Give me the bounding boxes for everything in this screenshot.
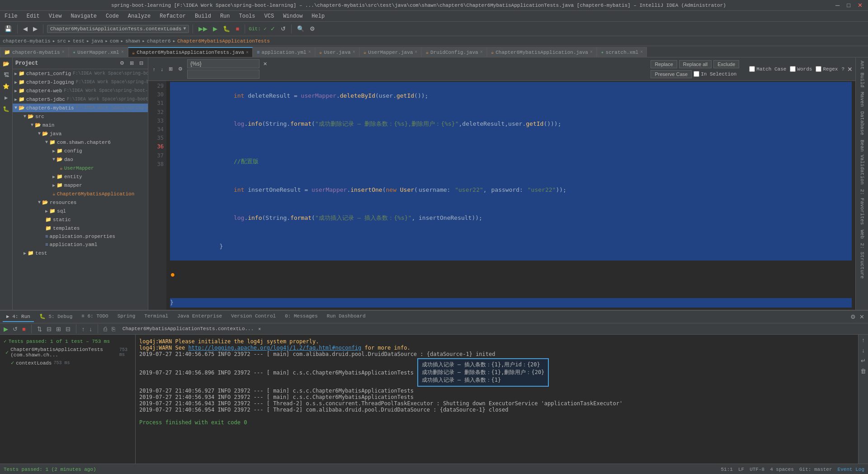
toolbar-debug[interactable]: 🐛 <box>221 24 232 33</box>
minimize-button[interactable]: ─ <box>834 1 841 9</box>
replace-input[interactable] <box>187 70 259 79</box>
debug-icon[interactable]: 🐛 <box>1 104 11 114</box>
ant-build-icon[interactable]: Ant Build <box>858 59 866 89</box>
filter-btn[interactable]: ⊟ <box>46 325 52 333</box>
tree-chapter4[interactable]: ▶ 📁 chapter4-web F:\IDEA Work Space\spri… <box>13 86 148 95</box>
maximize-button[interactable]: □ <box>845 1 852 9</box>
tree-com-shawn[interactable]: ▼ 📁 com.shawn.chapter6 <box>13 138 148 147</box>
tab-usermapper-xml[interactable]: ✦ UserMapper.xml × <box>69 47 128 57</box>
run-tab-spring[interactable]: Spring <box>114 312 139 322</box>
tab-chapter6-mybatis[interactable]: 📁 chapter6-mybatis × <box>0 47 69 57</box>
menu-edit[interactable]: Edit <box>24 12 42 20</box>
tree-app-yaml[interactable]: ≡ application.yaml <box>13 241 148 249</box>
import-btn[interactable]: ⎘ <box>111 325 116 333</box>
clear-console-btn[interactable]: 🗑 <box>859 367 867 375</box>
run-close-btn[interactable]: ✕ <box>859 313 865 321</box>
close-icon[interactable]: × <box>640 50 643 55</box>
close-search-btn[interactable]: ✕ <box>847 66 853 73</box>
soft-wrap-btn[interactable]: ↵ <box>860 356 867 365</box>
tab-chapter6-tests[interactable]: ☕ Chapter6MybatisApplicationTests.java × <box>128 47 253 57</box>
breadcrumb-shawn[interactable]: shawn <box>125 38 140 44</box>
prev-fail-btn[interactable]: ↑ <box>81 325 86 333</box>
run-tab-terminal[interactable]: Terminal <box>141 312 172 322</box>
in-selection-opt[interactable]: In Selection <box>693 71 736 77</box>
words-checkbox[interactable] <box>790 66 796 72</box>
structure-right-icon[interactable]: 2: Structure <box>858 242 866 280</box>
test-suite-item[interactable]: ✓ Chapter6MybatisApplicationTests (com.s… <box>2 346 133 359</box>
run-icon[interactable]: ▶ <box>3 93 9 103</box>
clear-search-btn[interactable]: ✕ <box>261 60 269 68</box>
run-tab-vcs[interactable]: Version Control <box>227 312 279 322</box>
find-input[interactable] <box>187 59 259 68</box>
tree-java[interactable]: ▼ 📂 java <box>13 129 148 138</box>
toolbar-forward[interactable]: ▶ <box>31 24 39 33</box>
menu-help[interactable]: Help <box>309 12 327 20</box>
collapse-all-btn[interactable]: ⊟ <box>65 325 71 333</box>
structure-icon[interactable]: 🏗 <box>2 71 10 80</box>
tree-chapter6[interactable]: ▼ 📂 chapter6-mybatis F:\IDEA Work Space\… <box>13 104 148 112</box>
tab-chapter6-app[interactable]: ☕ Chapter6MybatisApplication.java × <box>487 47 597 57</box>
toolbar-back[interactable]: ◀ <box>21 24 29 33</box>
menu-tools[interactable]: Tools <box>236 12 258 20</box>
menu-file[interactable]: File <box>2 12 20 20</box>
tree-app-properties[interactable]: ≡ application.properties <box>13 232 148 241</box>
tree-sql[interactable]: ▶ 📁 sql <box>13 207 148 215</box>
tree-resources[interactable]: ▼ 📂 resources <box>13 198 148 207</box>
run-play-btn[interactable]: ▶ <box>3 325 9 333</box>
regex-opt[interactable]: Regex <box>816 66 838 72</box>
run-config-breadcrumb[interactable]: Chapter6MybatisApplicationTests.contextL… <box>47 25 189 33</box>
close-icon[interactable]: × <box>415 50 417 55</box>
run-tab-messages[interactable]: 0: Messages <box>281 312 321 322</box>
run-tab-dashboard[interactable]: Run Dashboard <box>323 312 369 322</box>
replace-btn[interactable]: Replace <box>651 60 677 68</box>
database-icon[interactable]: Database <box>858 110 866 137</box>
close-icon[interactable]: × <box>308 50 311 55</box>
tree-usermapper[interactable]: ☕ UserMapper <box>13 164 148 172</box>
tree-dao[interactable]: ▼ 📂 dao <box>13 155 148 164</box>
tab-druidconfig[interactable]: ☕ DruidConfig.java × <box>421 47 486 57</box>
run-tab-javaee[interactable]: Java Enterprise <box>174 312 226 322</box>
menu-refactor[interactable]: Refactor <box>157 12 189 20</box>
close-icon[interactable]: × <box>353 50 355 55</box>
menu-run[interactable]: Run <box>217 12 233 20</box>
tree-templates[interactable]: 📁 templates <box>13 224 148 232</box>
test-context-loads[interactable]: ✓ contextLoads 753 ms <box>9 359 133 367</box>
toolbar-settings[interactable]: ⚙ <box>308 24 317 33</box>
menu-vcs[interactable]: VCS <box>262 12 277 20</box>
close-icon[interactable]: × <box>121 50 124 55</box>
log4j-link[interactable]: http://logging.apache.org/log4j/1.2/faq.… <box>188 345 361 351</box>
favorites-icon[interactable]: ⭐ <box>1 82 11 91</box>
menu-code[interactable]: Code <box>103 12 122 20</box>
toolbar-save[interactable]: 💾 <box>3 24 14 33</box>
close-icon[interactable]: × <box>246 50 249 55</box>
tab-user-java[interactable]: ☕ User.java × <box>315 47 359 57</box>
tab-usermapper-java[interactable]: ☕ UserMapper.java × <box>359 47 422 57</box>
tree-static[interactable]: 📁 static <box>13 215 148 224</box>
favorites-right-icon[interactable]: 2: Favorites <box>858 188 866 226</box>
close-button[interactable]: ✕ <box>856 1 864 9</box>
sidebar-expand-btn[interactable]: ⊞ <box>128 59 136 67</box>
tree-test[interactable]: ▶ 📁 test <box>13 249 148 257</box>
tab-application-yml[interactable]: ≡ application.yml × <box>253 47 315 57</box>
menu-build[interactable]: Build <box>192 12 214 20</box>
tree-entity[interactable]: ▶ 📁 entity <box>13 172 148 181</box>
expand-all-btn[interactable]: ⊞ <box>55 325 62 333</box>
toolbar-git-check[interactable]: ✓ <box>269 24 277 33</box>
tree-main[interactable]: ▼ 📂 main <box>13 121 148 129</box>
replace-all-btn[interactable]: Replace all <box>679 60 712 68</box>
bean-validation-icon[interactable]: Bean Validation <box>858 138 866 186</box>
search-filter-btn[interactable]: ⚙ <box>176 65 184 73</box>
run-stop-btn[interactable]: ■ <box>21 325 27 333</box>
run-tab-run[interactable]: ▶ 4: Run <box>3 312 34 322</box>
tree-chapter1[interactable]: ▶ 📁 chapter1_config F:\IDEA Work Space\s… <box>13 69 148 78</box>
match-case-opt[interactable]: Match Case <box>749 66 786 72</box>
breadcrumb-com[interactable]: com <box>110 38 119 44</box>
tree-chapter3[interactable]: ▶ 📁 chapter3-logging F:\IDEA Work Space\… <box>13 78 148 86</box>
tree-chapter5[interactable]: ▶ 📁 chapter5-jdbc F:\IDEA Work Space\spr… <box>13 95 148 104</box>
words-opt[interactable]: Words <box>790 66 812 72</box>
regex-checkbox[interactable] <box>816 66 821 72</box>
search-down-btn[interactable]: ↓ <box>159 66 165 73</box>
event-log[interactable]: Event Log <box>838 467 864 472</box>
in-selection-checkbox[interactable] <box>693 71 699 77</box>
match-case-checkbox[interactable] <box>749 66 755 72</box>
